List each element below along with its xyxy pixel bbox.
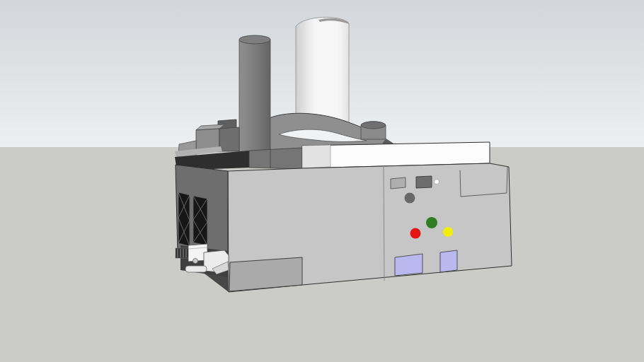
vent-left — [395, 254, 422, 276]
model-viewport[interactable] — [0, 0, 644, 362]
indicator-light-yellow — [443, 227, 453, 237]
small-stack-top — [361, 122, 386, 129]
pilot-light-white — [435, 180, 439, 185]
indicator-light-green — [426, 217, 437, 228]
dark-stack-body — [239, 37, 270, 153]
plug-screw — [193, 259, 198, 264]
indicator-light-red — [410, 228, 421, 239]
block-side-face — [219, 127, 239, 151]
beam-endcap — [302, 145, 330, 168]
plug-pin — [185, 266, 207, 272]
vent-right — [440, 250, 457, 272]
dark-exhaust-stack — [239, 35, 270, 153]
grille-panel — [178, 192, 190, 246]
switch-rectangle — [416, 176, 432, 188]
dark-stack-top — [239, 35, 270, 44]
side-grille-left — [178, 192, 190, 246]
display-rectangle — [391, 177, 406, 189]
platform-front — [249, 148, 302, 169]
render-canvas[interactable] — [0, 0, 644, 362]
side-grille-right — [193, 196, 207, 245]
base-step-panel — [229, 257, 302, 291]
knob-gray — [405, 193, 415, 204]
grille-panel — [193, 196, 207, 245]
